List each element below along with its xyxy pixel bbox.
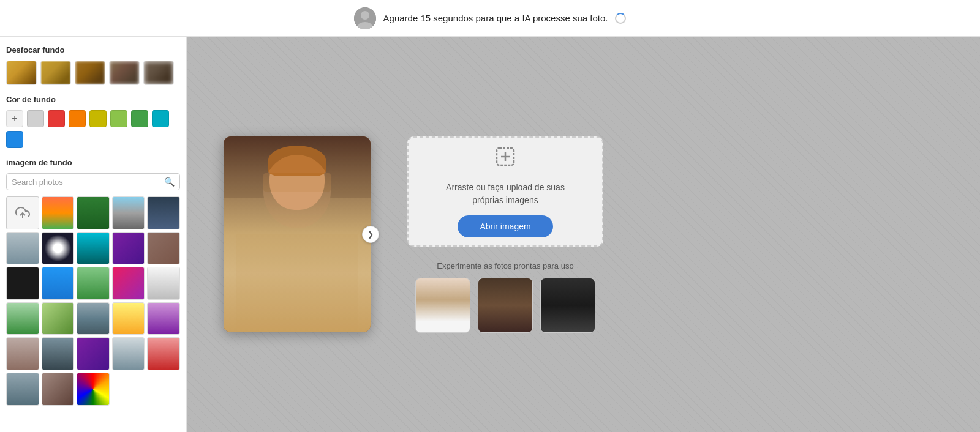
sample-photo-woman[interactable]: [415, 278, 470, 333]
sample-photos-label: Experimente as fotos prontas para uso: [437, 261, 573, 270]
color-lime[interactable]: [110, 110, 127, 127]
search-icon: 🔍: [164, 177, 175, 187]
color-options: +: [6, 110, 180, 148]
sample-photos-row: [415, 278, 595, 333]
upload-area-container: Arraste ou faça upload de suas próprias …: [407, 136, 603, 333]
canvas-area: ❯ Arraste ou faça upload de suas própria…: [187, 37, 980, 432]
chevron-right-icon: ❯: [368, 230, 374, 239]
loading-spinner: [615, 13, 626, 24]
sidebar: Desfocar fundo Cor de fundo +: [0, 37, 187, 432]
upload-icon: [494, 146, 516, 173]
photo-thumb-11[interactable]: [42, 267, 75, 300]
photo-thumb-26[interactable]: [42, 373, 75, 406]
svg-rect-6: [263, 173, 331, 192]
photo-thumb-25[interactable]: [6, 373, 39, 406]
blur-section: Desfocar fundo: [6, 45, 180, 85]
photo-thumb-6[interactable]: [42, 232, 75, 265]
photo-thumb-14[interactable]: [147, 267, 180, 300]
sample-photos-section: Experimente as fotos prontas para uso: [415, 261, 595, 333]
photo-thumb-23[interactable]: [112, 337, 145, 370]
search-input[interactable]: [12, 177, 160, 187]
photo-thumb-17[interactable]: [77, 302, 110, 335]
svg-point-1: [361, 11, 369, 20]
photo-grid: [6, 196, 180, 406]
color-add-button[interactable]: +: [6, 110, 23, 127]
blur-option-3[interactable]: [109, 61, 140, 85]
color-section-title: Cor de fundo: [6, 95, 180, 104]
blur-section-title: Desfocar fundo: [6, 45, 180, 54]
blur-option-2[interactable]: [75, 61, 105, 85]
image-section: imagem de fundo 🔍: [6, 158, 180, 406]
photo-thumb-22[interactable]: [77, 337, 110, 370]
main-photo: [224, 136, 371, 332]
next-arrow-button[interactable]: ❯: [362, 226, 379, 243]
photo-thumb-20[interactable]: [6, 337, 39, 370]
photo-thumb-10[interactable]: [6, 267, 39, 300]
photo-thumb-27[interactable]: [77, 373, 110, 406]
main-photo-container: ❯: [224, 136, 371, 332]
photo-thumb-15[interactable]: [6, 302, 39, 335]
color-blue[interactable]: [6, 131, 23, 148]
photo-thumb-12[interactable]: [77, 267, 110, 300]
color-section: Cor de fundo +: [6, 95, 180, 148]
color-red[interactable]: [48, 110, 65, 127]
color-gray[interactable]: [27, 110, 44, 127]
blur-options: [6, 61, 180, 85]
sample-photo-man2[interactable]: [540, 278, 595, 333]
image-section-title: imagem de fundo: [6, 158, 180, 167]
search-button[interactable]: 🔍: [164, 177, 175, 187]
blur-option-1[interactable]: [40, 61, 71, 85]
search-bar: 🔍: [6, 173, 180, 190]
photo-thumb-2[interactable]: [77, 196, 110, 229]
blur-option-0[interactable]: [6, 61, 37, 85]
blur-option-4[interactable]: [143, 61, 174, 85]
photo-thumb-9[interactable]: [147, 232, 180, 265]
color-orange[interactable]: [69, 110, 86, 127]
photo-thumb-3[interactable]: [112, 196, 145, 229]
photo-thumb-21[interactable]: [42, 337, 75, 370]
notification-message: Aguarde 15 segundos para que a IA proces…: [383, 13, 608, 23]
open-image-button[interactable]: Abrir imagem: [458, 215, 552, 237]
upload-photo-button[interactable]: [6, 196, 39, 229]
svg-rect-7: [236, 234, 358, 332]
photo-thumb-13[interactable]: [112, 267, 145, 300]
main-layout: Desfocar fundo Cor de fundo +: [0, 37, 980, 432]
photo-thumb-18[interactable]: [112, 302, 145, 335]
photo-thumb-1[interactable]: [42, 196, 75, 229]
notification-bar: Aguarde 15 segundos para que a IA proces…: [0, 0, 980, 37]
photo-thumb-8[interactable]: [112, 232, 145, 265]
photo-thumb-4[interactable]: [147, 196, 180, 229]
photo-thumb-19[interactable]: [147, 302, 180, 335]
upload-drop-text: Arraste ou faça upload de suas próprias …: [444, 181, 567, 207]
photo-thumb-7[interactable]: [77, 232, 110, 265]
sample-photo-man1[interactable]: [478, 278, 533, 333]
photo-thumb-5[interactable]: [6, 232, 39, 265]
color-green[interactable]: [131, 110, 148, 127]
upload-drop-zone[interactable]: Arraste ou faça upload de suas próprias …: [407, 136, 603, 247]
color-yellow[interactable]: [89, 110, 107, 127]
photo-thumb-16[interactable]: [42, 302, 75, 335]
color-teal[interactable]: [152, 110, 169, 127]
photo-thumb-24[interactable]: [147, 337, 180, 370]
user-avatar: [354, 7, 376, 29]
plus-icon: +: [12, 113, 17, 124]
